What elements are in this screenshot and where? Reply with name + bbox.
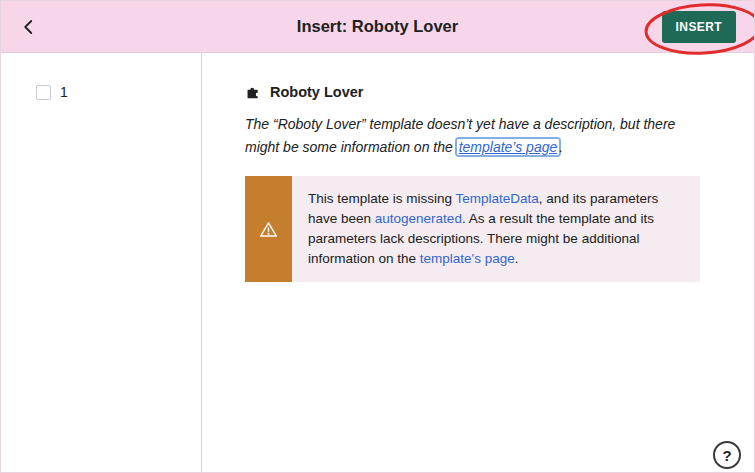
- warning-text: This template is missing TemplateData, a…: [292, 176, 700, 282]
- parameter-label: 1: [60, 84, 68, 100]
- warning-text-segment: This template is missing: [308, 191, 456, 206]
- description-text-end: .: [559, 139, 563, 155]
- autogenerated-link[interactable]: autogenerated: [375, 211, 462, 226]
- parameter-checkbox[interactable]: [36, 85, 51, 100]
- templatedata-warning-box: This template is missing TemplateData, a…: [245, 176, 700, 282]
- template-info-panel: Roboty Lover The “Roboty Lover” template…: [202, 53, 754, 472]
- template-title-row: Roboty Lover: [245, 83, 700, 100]
- template-page-link-focused[interactable]: template’s page: [457, 139, 560, 155]
- insert-button[interactable]: INSERT: [662, 11, 736, 43]
- warning-triangle-icon: [258, 219, 279, 240]
- parameter-row[interactable]: 1: [1, 53, 201, 100]
- template-name: Roboty Lover: [270, 84, 363, 100]
- templatedata-link[interactable]: TemplateData: [456, 191, 539, 206]
- template-insert-dialog: Insert: Roboty Lover INSERT 1 Roboty Lov…: [0, 0, 755, 473]
- dialog-body: 1 Roboty Lover The “Roboty Lover” templa…: [1, 53, 754, 472]
- back-button[interactable]: [11, 9, 47, 45]
- dialog-title: Insert: Roboty Lover: [297, 17, 458, 36]
- warning-icon-area: [245, 176, 292, 282]
- warning-text-segment: .: [515, 251, 519, 266]
- template-page-link[interactable]: template's page: [420, 251, 515, 266]
- chevron-left-icon: [20, 18, 38, 36]
- dialog-header: Insert: Roboty Lover INSERT: [1, 1, 754, 53]
- help-button[interactable]: ?: [713, 441, 741, 469]
- puzzle-icon: [245, 83, 262, 100]
- help-label: ?: [722, 447, 731, 464]
- template-description: The “Roboty Lover” template doesn’t yet …: [245, 113, 700, 159]
- parameters-sidebar: 1: [1, 53, 202, 472]
